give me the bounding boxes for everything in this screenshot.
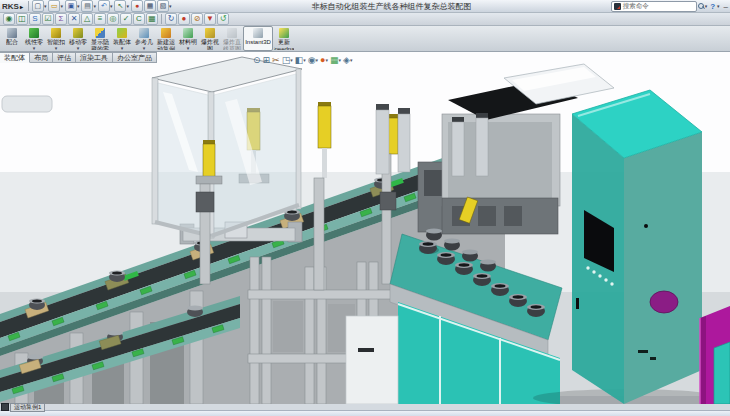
dropdown-arrow-icon[interactable]: ▾: [55, 46, 58, 50]
command-icon: [51, 28, 61, 38]
toolbar-icon[interactable]: ▦: [146, 13, 158, 25]
evaluate-tools-group: ◉ ◫ S ☑ Σ ✕ △ ≡ ◎ ✓ C ▦: [3, 13, 158, 25]
heads-up-icon[interactable]: ▦: [330, 55, 339, 65]
toolbar-icon[interactable]: ▼: [204, 13, 216, 25]
solidworks-logo[interactable]: RKS ▸: [2, 2, 23, 11]
window-title: 非标自动化组装生产线各种组件复杂总装配图: [174, 1, 610, 12]
dropdown-arrow-icon[interactable]: ▾: [60, 3, 63, 9]
standard-toolbar-icon[interactable]: ▧: [157, 0, 169, 12]
heads-up-icon[interactable]: ◧: [295, 55, 304, 65]
dropdown-arrow-icon[interactable]: ▾: [143, 46, 146, 50]
dropdown-arrow-icon[interactable]: ▾: [77, 3, 80, 9]
standard-toolbar-icon[interactable]: ▣: [65, 0, 77, 12]
title-bar: RKS ▸ ▢ ▾ ▭ ▾ ▣ ▾ ▤ ▾ ↶: [0, 0, 730, 13]
standard-toolbar-icon[interactable]: ↶: [98, 0, 110, 12]
document-tabs: 运动算例1: [1, 403, 45, 411]
standard-toolbar-icon[interactable]: ▦: [144, 0, 156, 12]
dropdown-arrow-icon[interactable]: ▾: [350, 57, 353, 63]
dropdown-arrow-icon[interactable]: ▾: [93, 3, 96, 9]
command-button[interactable]: 配合 ▾: [1, 26, 23, 51]
search-commands-box[interactable]: 搜索命令: [611, 1, 697, 12]
toolbar-icon[interactable]: ✕: [68, 13, 80, 25]
command-button[interactable]: 材料明细表 ▾: [177, 26, 199, 51]
dropdown-arrow-icon[interactable]: ▾: [339, 57, 342, 63]
standard-toolbar-icon[interactable]: ▭: [48, 0, 60, 12]
standard-toolbar-icon[interactable]: ▤: [81, 0, 93, 12]
command-icon: [205, 28, 215, 38]
dropdown-arrow-icon[interactable]: ▾: [126, 3, 129, 9]
toolbar-icon[interactable]: ◉: [3, 13, 15, 25]
command-button[interactable]: 参考几何体 ▾: [133, 26, 155, 51]
toolbar-icon[interactable]: Σ: [55, 13, 67, 25]
toolbar-icon[interactable]: ↺: [217, 13, 229, 25]
minimize-button[interactable]: –: [724, 2, 728, 11]
commandmanager-tab[interactable]: 布局: [30, 52, 53, 63]
command-button[interactable]: 智能扣件 ▾: [45, 26, 67, 51]
commandmanager-tab[interactable]: 装配体: [0, 52, 30, 63]
toolbar-icon[interactable]: ↻: [165, 13, 177, 25]
dropdown-arrow-icon[interactable]: ▾: [187, 46, 190, 50]
search-scope-icon[interactable]: [614, 3, 621, 10]
3d-model-scene[interactable]: [0, 52, 730, 404]
command-label: 更新Speedpak: [273, 39, 295, 50]
standard-toolbar-icon[interactable]: ↖: [114, 0, 126, 12]
toolbar-icon[interactable]: ◫: [16, 13, 28, 25]
standard-toolbar-icon[interactable]: ▢: [32, 0, 44, 12]
command-button[interactable]: 装配体特征 ▾: [111, 26, 133, 51]
heads-up-icon[interactable]: ◈: [343, 55, 350, 65]
dropdown-arrow-icon[interactable]: ▾: [110, 3, 113, 9]
graphics-viewport[interactable]: ⊙ ▾ ⊞ ▾ ✂ ▾ ◳ ▾ ◧ ▾ ◉: [0, 52, 730, 404]
logo-text: RKS: [2, 2, 19, 11]
command-button[interactable]: 新建运动算例 ▾: [155, 26, 177, 51]
command-icon: [7, 28, 17, 38]
dropdown-arrow-icon[interactable]: ▾: [77, 46, 80, 50]
dropdown-arrow-icon[interactable]: ▾: [169, 3, 172, 9]
commandmanager-tab[interactable]: 办公室产品: [113, 52, 157, 63]
command-button[interactable]: 爆炸视图 ▾: [199, 26, 221, 51]
toolbar-icon[interactable]: △: [81, 13, 93, 25]
toolbar-icon[interactable]: ≡: [94, 13, 106, 25]
dropdown-arrow-icon[interactable]: ▾: [44, 3, 47, 9]
heads-up-icon[interactable]: ◉: [308, 55, 316, 65]
commandmanager-tab[interactable]: 评估: [53, 52, 76, 63]
dropdown-arrow-icon[interactable]: ▾: [316, 57, 319, 63]
dropdown-arrow-icon[interactable]: ▾: [33, 46, 36, 50]
toolbar-icon[interactable]: ◎: [107, 13, 119, 25]
status-bar: [0, 410, 730, 416]
help-dropdown-arrow-icon[interactable]: ▾: [717, 3, 720, 9]
heads-up-view-toolbar: ⊙ ▾ ⊞ ▾ ✂ ▾ ◳ ▾ ◧ ▾ ◉: [253, 55, 353, 65]
toolbar-icon[interactable]: ✓: [120, 13, 132, 25]
command-button[interactable]: 显示隐藏的零部件 ▾: [89, 26, 111, 51]
toolbar-icon[interactable]: ⊘: [191, 13, 203, 25]
command-label: 显示隐藏的零部件: [90, 39, 110, 50]
toolbar-icon[interactable]: ●: [178, 13, 190, 25]
command-button[interactable]: 更新Speedpak ▾: [273, 26, 295, 51]
standard-toolbar-icon[interactable]: ●: [131, 0, 143, 12]
search-icon[interactable]: [698, 3, 704, 9]
dropdown-arrow-icon[interactable]: ▾: [326, 57, 329, 63]
heads-up-icon[interactable]: ⊞: [263, 55, 271, 65]
search-placeholder: 搜索命令: [623, 2, 649, 11]
dropdown-arrow-icon[interactable]: ▾: [303, 57, 306, 63]
heads-up-icon[interactable]: ⊙: [253, 55, 261, 65]
dropdown-arrow-icon[interactable]: ▾: [290, 57, 293, 63]
help-button[interactable]: ?: [710, 2, 715, 11]
command-manager: 配合 ▾ 线性零部件阵列 ▾ 智能扣件 ▾ 移动零部件 ▾ 显示隐藏的零部件 ▾: [0, 26, 730, 52]
command-button[interactable]: 线性零部件阵列 ▾: [23, 26, 45, 51]
command-icon: [183, 28, 193, 38]
heads-up-icon[interactable]: ✂: [272, 55, 280, 65]
command-label: 配合: [6, 39, 18, 46]
commandmanager-tab[interactable]: 渲染工具: [76, 52, 113, 63]
toolbar-icon[interactable]: S: [29, 13, 41, 25]
toolbar-icon[interactable]: ☑: [42, 13, 54, 25]
heads-up-icon[interactable]: ◳: [282, 55, 291, 65]
command-button[interactable]: Instant3D ▾: [243, 26, 273, 51]
command-button[interactable]: 移动零部件 ▾: [67, 26, 89, 51]
motion-study-tab[interactable]: 运动算例1: [10, 403, 45, 412]
dropdown-arrow-icon[interactable]: ▾: [121, 46, 124, 50]
pane-splitter[interactable]: [1, 403, 9, 411]
toolbar-icon[interactable]: C: [133, 13, 145, 25]
command-button[interactable]: 爆炸直线草图 ▾: [221, 26, 243, 51]
command-icon: [253, 28, 263, 38]
featuremanager-collapsed-tab: [2, 96, 52, 112]
